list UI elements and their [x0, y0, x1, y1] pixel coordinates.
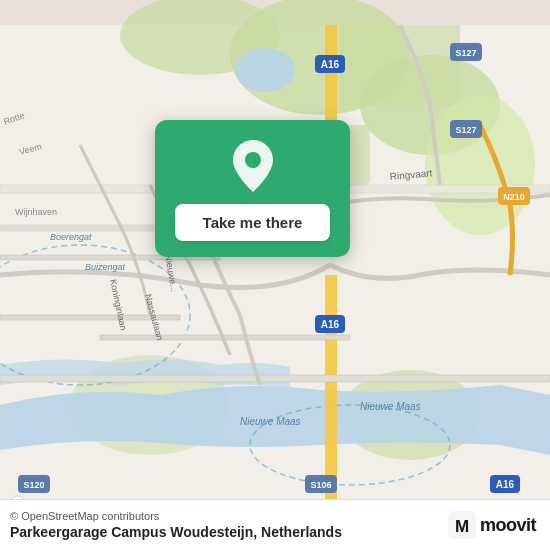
moovit-icon: M [448, 511, 476, 539]
svg-text:Nieuwe Maas: Nieuwe Maas [360, 401, 421, 412]
svg-text:M: M [455, 517, 469, 536]
svg-text:S127: S127 [455, 48, 476, 58]
svg-text:S106: S106 [310, 480, 331, 490]
svg-text:S120: S120 [23, 480, 44, 490]
svg-rect-4 [340, 25, 460, 105]
svg-text:N210: N210 [503, 192, 525, 202]
bottom-left-info: © OpenStreetMap contributors Parkeergara… [10, 510, 342, 540]
svg-rect-19 [0, 375, 550, 382]
map-pin-icon [228, 138, 278, 194]
osm-attribution: © OpenStreetMap contributors [10, 510, 342, 522]
svg-text:Nieuwe Maas: Nieuwe Maas [240, 416, 301, 427]
bottom-bar: © OpenStreetMap contributors Parkeergara… [0, 499, 550, 550]
svg-text:A16: A16 [321, 319, 340, 330]
location-popup: Take me there [155, 120, 350, 257]
location-name: Parkeergarage Campus Woudesteijn, Nether… [10, 524, 342, 540]
map-background: A16 A16 A16 S127 S127 N210 S120 S106 Rin… [0, 0, 550, 550]
moovit-brand-text: moovit [480, 515, 536, 536]
take-me-there-button[interactable]: Take me there [175, 204, 330, 241]
moovit-logo: M moovit [448, 511, 536, 539]
svg-text:S127: S127 [455, 125, 476, 135]
svg-text:A16: A16 [496, 479, 515, 490]
svg-text:A16: A16 [321, 59, 340, 70]
svg-text:Boerengat: Boerengat [50, 232, 92, 242]
svg-text:Buizengat: Buizengat [85, 262, 126, 272]
svg-point-11 [235, 48, 295, 92]
svg-text:Wijnhaven: Wijnhaven [15, 207, 57, 217]
map-container[interactable]: A16 A16 A16 S127 S127 N210 S120 S106 Rin… [0, 0, 550, 550]
svg-point-5 [425, 95, 535, 235]
svg-point-49 [245, 152, 261, 168]
